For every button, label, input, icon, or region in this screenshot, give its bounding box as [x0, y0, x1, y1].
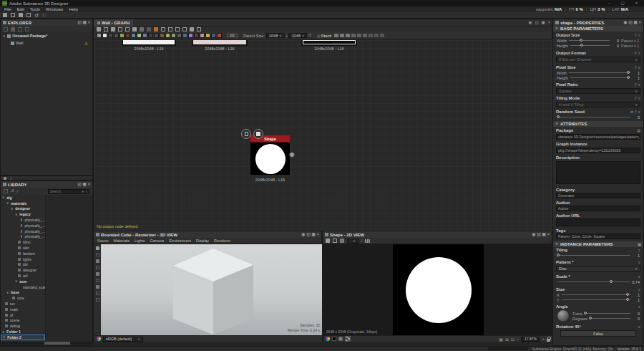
- search-filter-icon[interactable]: ▼: [82, 190, 84, 193]
- timings-icon[interactable]: [190, 27, 194, 32]
- author-url-field[interactable]: [556, 218, 640, 226]
- align-left-icon[interactable]: [334, 34, 338, 37]
- node-preview-button[interactable]: [253, 129, 263, 139]
- description-field[interactable]: [556, 161, 640, 184]
- expose-icon[interactable]: ≡: [638, 274, 640, 279]
- library-item[interactable]: alg: [1, 195, 45, 201]
- library-item[interactable]: math: [1, 307, 45, 312]
- preview-icon[interactable]: [182, 27, 187, 32]
- copy-view-icon[interactable]: [326, 239, 330, 243]
- section-instance-parameters[interactable]: ∨INSTANCE PARAMETERS▦: [553, 241, 643, 247]
- link-icon[interactable]: [18, 27, 22, 32]
- function-icon[interactable]: ƒ: [635, 51, 637, 55]
- expose-icon[interactable]: ≡: [638, 324, 640, 329]
- close-icon[interactable]: ×: [88, 21, 90, 25]
- search-menu-icon[interactable]: ≡: [86, 190, 87, 193]
- expose-icon[interactable]: ≡: [638, 248, 640, 252]
- node-swatch[interactable]: [205, 33, 210, 38]
- tags-field[interactable]: Pattern, Cone, Circle, Square: [556, 234, 640, 239]
- curve-link-icon[interactable]: [161, 27, 165, 32]
- width-mode[interactable]: Parent x 1: [621, 39, 640, 43]
- menu-windows[interactable]: Windows: [43, 7, 66, 11]
- export-icon[interactable]: [11, 27, 15, 32]
- parent-height-select[interactable]: 2048∨: [288, 33, 307, 38]
- expose-icon[interactable]: ≡: [638, 304, 640, 309]
- menu-scene[interactable]: Scene: [95, 239, 111, 243]
- distribute-v-icon[interactable]: [374, 34, 379, 37]
- expose-icon[interactable]: ≡: [638, 287, 640, 292]
- layers-icon[interactable]: [340, 239, 344, 243]
- shape-node-output-dot[interactable]: [289, 152, 295, 158]
- node-swatch[interactable]: [177, 33, 182, 38]
- lock-zoom-icon[interactable]: [547, 339, 550, 342]
- node-swatch[interactable]: [125, 33, 130, 38]
- author-field[interactable]: Adobe: [556, 206, 640, 211]
- random-seed-slider[interactable]: [557, 115, 630, 120]
- float-icon[interactable]: ◱: [77, 183, 81, 187]
- library-item[interactable]: pbr: [1, 262, 45, 268]
- snap-grid-icon[interactable]: [197, 27, 201, 32]
- settings-tool-icon[interactable]: [96, 298, 99, 302]
- uv-select[interactable]: ∨: [347, 239, 358, 244]
- bg-black-swatch[interactable]: [332, 337, 336, 341]
- size-x-slider[interactable]: [562, 292, 630, 297]
- section-base-parameters[interactable]: ∨BASE PARAMETERS: [553, 26, 643, 32]
- node-swatch[interactable]: [211, 33, 216, 38]
- expose-icon[interactable]: ≡: [638, 82, 640, 87]
- save-view-icon[interactable]: [333, 239, 337, 243]
- size-y-slider[interactable]: [562, 297, 630, 302]
- node-swatch[interactable]: [217, 33, 222, 38]
- float-icon[interactable]: ◱: [533, 21, 540, 25]
- rotation45-toggle-button[interactable]: False: [560, 330, 636, 337]
- node-swatch[interactable]: [154, 33, 159, 38]
- expose-icon[interactable]: ≡: [638, 110, 640, 114]
- align-top-icon[interactable]: [351, 34, 356, 37]
- library-search[interactable]: ▼ ≡: [48, 189, 89, 194]
- library-item[interactable]: base: [1, 290, 45, 296]
- light-tool-icon[interactable]: [96, 272, 99, 276]
- frame-node-icon[interactable]: [234, 34, 238, 37]
- info-icon[interactable]: i: [361, 239, 362, 243]
- align-middle-icon[interactable]: [357, 34, 361, 37]
- menu-file[interactable]: File: [1, 7, 14, 11]
- library-item[interactable]: df: [1, 312, 45, 318]
- package-path-field[interactable]: ubstance 3D Designer/resources/packages/…: [556, 134, 640, 140]
- node-swatch[interactable]: [182, 33, 187, 38]
- pin-icon[interactable]: ◉: [302, 233, 306, 237]
- node-swatch[interactable]: [137, 33, 142, 38]
- node-swatch[interactable]: [165, 33, 170, 38]
- library-item[interactable]: debug: [1, 323, 45, 329]
- library-content-pane[interactable]: [46, 195, 92, 342]
- size-link-icon[interactable]: ∞: [286, 34, 288, 38]
- align-right-icon[interactable]: [346, 34, 350, 37]
- node-doc-button[interactable]: [241, 129, 251, 139]
- maximize-icon[interactable]: ▣: [83, 21, 87, 25]
- close-icon[interactable]: ×: [317, 233, 319, 237]
- float-icon[interactable]: ◱: [77, 21, 81, 25]
- refresh-icon[interactable]: ↺: [11, 189, 14, 193]
- pin-icon[interactable]: ◉: [527, 21, 534, 25]
- frame-icon[interactable]: [97, 27, 101, 32]
- pixel-height-slider[interactable]: [570, 75, 630, 80]
- node-swatch[interactable]: [142, 33, 147, 38]
- float-icon[interactable]: ◱: [306, 233, 310, 237]
- node-swatch[interactable]: [131, 33, 136, 38]
- colorspace-select[interactable]: sRGB (default)∨: [103, 337, 143, 342]
- env-tool-icon[interactable]: [96, 285, 99, 289]
- display-filter-icon[interactable]: [147, 27, 151, 32]
- tiling-slider[interactable]: [557, 253, 630, 258]
- zoom-level-field[interactable]: 17.87%: [521, 337, 540, 342]
- redo-icon[interactable]: ↻: [42, 13, 47, 18]
- function-icon[interactable]: ƒ: [635, 110, 637, 114]
- size-reset-icon[interactable]: ↺: [308, 34, 311, 38]
- parent-width-select[interactable]: 2048∨: [266, 33, 285, 38]
- expose-icon[interactable]: ≡: [638, 51, 640, 55]
- undo-icon[interactable]: ↺: [34, 13, 39, 18]
- auto-layout-icon[interactable]: [380, 34, 384, 37]
- library-hscrollbar[interactable]: [1, 342, 92, 345]
- search-input[interactable]: [50, 189, 80, 193]
- maximize-icon[interactable]: ▣: [83, 183, 87, 187]
- node-swatch[interactable]: [194, 33, 199, 38]
- function-icon[interactable]: ƒ: [635, 82, 637, 87]
- active-link-icon[interactable]: [154, 27, 158, 32]
